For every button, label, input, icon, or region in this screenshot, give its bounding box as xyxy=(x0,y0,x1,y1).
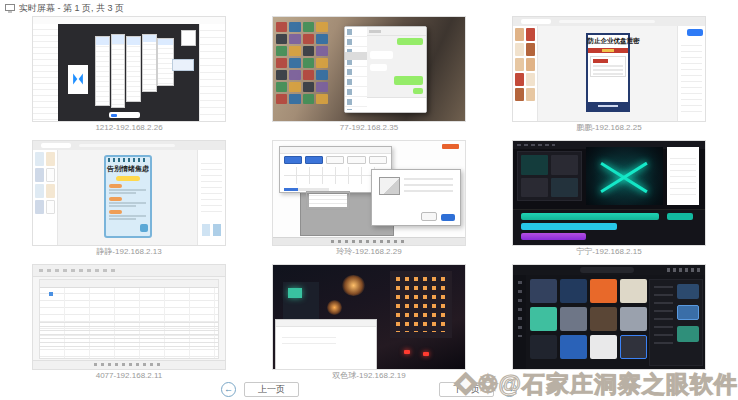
template-card xyxy=(515,28,524,41)
screen-label-1: 1212-192.168.2.26 xyxy=(32,122,226,133)
design-frame xyxy=(95,36,110,106)
poster-text-lines xyxy=(593,65,623,76)
template-card xyxy=(35,152,44,166)
accent-dot xyxy=(49,292,53,296)
prev-arrow-icon[interactable]: ← xyxy=(221,382,236,397)
screen-cell-1: 1212-192.168.2.26 xyxy=(32,16,226,133)
template-card xyxy=(526,28,535,41)
chat-window xyxy=(344,26,427,112)
media-thumbnail xyxy=(530,307,557,331)
desktop-icon xyxy=(303,34,314,44)
screen-thumbnail-8[interactable] xyxy=(272,264,466,370)
media-clip xyxy=(521,178,548,197)
screen-thumbnail-9[interactable] xyxy=(512,264,706,370)
screen-thumbnail-6[interactable] xyxy=(512,140,706,246)
template-card xyxy=(515,88,524,101)
chat-bubble-outgoing xyxy=(397,38,423,45)
prev-page-button[interactable]: 上一页 xyxy=(244,382,299,397)
design-app-right-panel xyxy=(199,24,225,121)
chat-bubble-outgoing xyxy=(413,88,424,94)
editor-right-panel xyxy=(197,150,225,245)
chat-bubble-incoming xyxy=(370,64,386,71)
desktop-icon xyxy=(316,46,327,56)
poster-text-heading xyxy=(593,59,608,63)
media-thumbnail xyxy=(590,307,617,331)
clip-thumbnail-selected xyxy=(677,305,699,320)
style-option xyxy=(369,156,387,164)
desktop-icon xyxy=(276,94,287,104)
table-header-band xyxy=(40,280,219,289)
screen-label-6: 宁宁-192.168.2.15 xyxy=(512,246,706,257)
chat-bubble-incoming xyxy=(370,51,392,59)
monitor-icon xyxy=(5,4,15,13)
video-preview xyxy=(586,147,663,205)
media-thumbnail xyxy=(620,307,647,331)
desktop-icon xyxy=(316,70,327,80)
chat-header xyxy=(367,27,426,36)
screen-thumbnail-4[interactable]: 告别情绪焦虑 xyxy=(32,140,226,246)
section-tag xyxy=(109,197,122,201)
grid-row-2: 告别情绪焦虑 静静-192.168.2.13 xyxy=(0,140,738,257)
search-pill xyxy=(580,267,634,273)
screen-label-2: 77-192.168.2.35 xyxy=(272,122,466,133)
properties-panel xyxy=(667,147,700,205)
template-card xyxy=(515,58,524,71)
style-option xyxy=(347,156,365,164)
usb-security-poster: 防止企业优盘泄密 xyxy=(586,33,631,112)
panel-controls xyxy=(681,40,703,118)
blue-logo-icon xyxy=(68,65,88,94)
design-card xyxy=(181,30,196,46)
color-swatch xyxy=(213,224,221,235)
screen-thumbnail-1[interactable] xyxy=(32,16,226,122)
desktop-icon xyxy=(289,46,300,56)
text-line xyxy=(109,192,136,194)
next-page-button[interactable]: 下一页 xyxy=(439,382,494,397)
color-swatch xyxy=(202,224,210,235)
design-app-left-panel xyxy=(33,24,59,121)
poster-subtitle-pill xyxy=(116,176,140,181)
media-thumbnail xyxy=(590,335,617,359)
desktop-icon xyxy=(276,22,287,32)
desktop-icon xyxy=(276,82,287,92)
text-line xyxy=(109,205,136,207)
emotion-poster: 告别情绪焦虑 xyxy=(104,155,152,238)
text-line xyxy=(109,202,146,204)
poster-title: 告别情绪焦虑 xyxy=(106,164,150,174)
section-tag xyxy=(109,210,122,214)
screen-thumbnail-3[interactable]: 防止企业优盘泄密 xyxy=(512,16,706,122)
desktop-icon xyxy=(316,22,327,32)
pagination-bar: ← 上一页 下一页 → xyxy=(0,379,738,400)
clip-thumbnail xyxy=(677,284,699,299)
editor-right-panel xyxy=(677,26,705,121)
screen-label-5: 玲玲-192.168.2.29 xyxy=(272,246,466,257)
panel-controls xyxy=(670,153,696,200)
window-title: 实时屏幕 - 第 1 页, 共 3 页 xyxy=(19,2,124,15)
poster-text-box xyxy=(590,56,626,77)
media-thumbnail xyxy=(560,335,587,359)
poster-body xyxy=(588,53,629,102)
media-thumbnail xyxy=(560,307,587,331)
screen-thumbnail-2[interactable] xyxy=(272,16,466,122)
notebook-spiral xyxy=(108,158,148,162)
poster-footer xyxy=(588,102,629,110)
desktop-icon xyxy=(303,94,314,104)
window-titlebar: 实时屏幕 - 第 1 页, 共 3 页 xyxy=(0,0,738,15)
template-card xyxy=(46,184,55,198)
next-arrow-icon[interactable]: → xyxy=(502,382,517,397)
design-frame xyxy=(126,36,141,102)
desktop-icon xyxy=(303,82,314,92)
cancel-button xyxy=(421,212,437,221)
lantern-glow xyxy=(327,300,342,315)
screen-thumbnail-5[interactable] xyxy=(272,140,466,246)
screen-thumbnail-7[interactable] xyxy=(32,264,226,370)
template-strip xyxy=(513,26,538,121)
poster-sticker xyxy=(140,224,148,232)
template-card xyxy=(515,43,524,56)
desktop-icon xyxy=(303,46,314,56)
chat-input-area xyxy=(367,97,426,111)
timeline-clip xyxy=(521,213,659,220)
desktop-icon xyxy=(276,34,287,44)
clips-panel xyxy=(649,279,703,366)
ok-button xyxy=(441,214,455,221)
taskbar xyxy=(33,360,225,369)
